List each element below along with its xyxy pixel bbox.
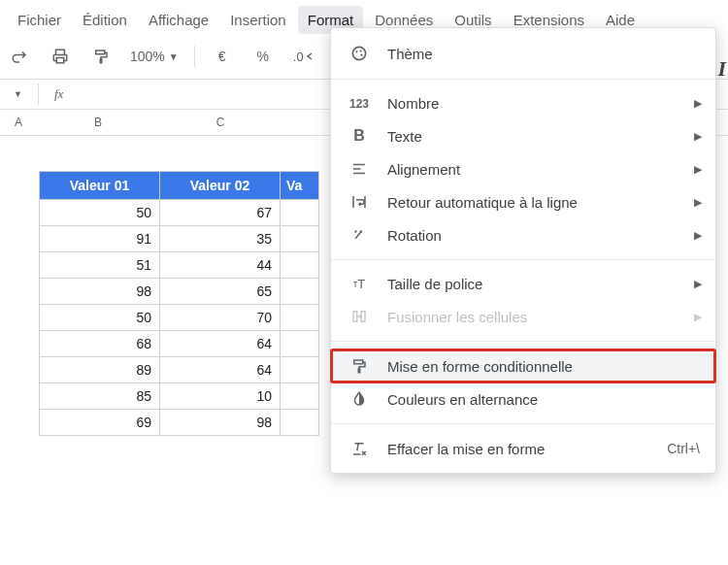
cell[interactable]: 91 xyxy=(40,226,160,252)
menu-separator xyxy=(331,259,715,260)
cell[interactable]: 44 xyxy=(160,252,281,279)
font-size-icon: тT xyxy=(348,277,370,291)
col-header-c[interactable]: C xyxy=(159,110,281,135)
menu-item-alignment[interactable]: Alignement ▶ xyxy=(331,152,715,185)
table-row: 6998 xyxy=(40,410,319,436)
cell[interactable] xyxy=(281,331,319,357)
cell[interactable] xyxy=(281,252,319,279)
bold-icon: B xyxy=(348,127,370,145)
svg-point-2 xyxy=(360,50,362,51)
cell[interactable]: 35 xyxy=(160,226,281,252)
menu-item-number[interactable]: 123 Nombre ▶ xyxy=(331,87,715,119)
header-cell[interactable]: Valeur 02 xyxy=(160,172,281,200)
cell[interactable]: 65 xyxy=(160,279,281,305)
submenu-arrow-icon: ▶ xyxy=(694,163,702,176)
menu-item-clear-formatting[interactable]: Effacer la mise en forme Ctrl+\ xyxy=(331,432,715,465)
cell[interactable]: 85 xyxy=(40,383,160,410)
table-row: 9865 xyxy=(40,279,319,305)
cell[interactable] xyxy=(281,226,319,252)
svg-point-0 xyxy=(352,47,365,59)
paint-format-button[interactable] xyxy=(83,40,118,73)
percent-icon: % xyxy=(256,49,268,64)
cell[interactable] xyxy=(281,279,319,305)
menu-view[interactable]: Affichage xyxy=(139,6,218,34)
zoom-select[interactable]: 100% ▼ xyxy=(124,49,184,64)
print-icon xyxy=(51,48,69,65)
cell[interactable]: 67 xyxy=(160,200,281,226)
italic-button[interactable]: I xyxy=(717,56,726,82)
menu-item-label: Rotation xyxy=(387,227,442,244)
cell[interactable] xyxy=(281,200,319,226)
menu-item-text[interactable]: B Texte ▶ xyxy=(331,119,715,152)
menu-item-rotation[interactable]: Rotation ▶ xyxy=(331,218,715,251)
menu-item-label: Thème xyxy=(387,46,433,62)
arrow-left-icon xyxy=(305,51,314,61)
menu-edit[interactable]: Édition xyxy=(73,6,137,34)
cell[interactable]: 98 xyxy=(160,410,281,436)
decrease-decimal-button[interactable]: .0 xyxy=(286,40,321,73)
chevron-down-icon: ▼ xyxy=(14,89,22,99)
theme-icon xyxy=(348,44,370,63)
print-button[interactable] xyxy=(43,40,78,73)
currency-format-button[interactable]: € xyxy=(205,40,240,73)
zoom-value: 100% xyxy=(130,49,165,64)
svg-point-3 xyxy=(360,54,362,56)
menu-separator xyxy=(331,423,715,424)
cell[interactable]: 51 xyxy=(40,252,160,279)
cell[interactable] xyxy=(281,305,319,331)
cell[interactable] xyxy=(281,410,319,436)
chevron-down-icon: ▼ xyxy=(169,51,179,62)
menu-file[interactable]: Fichier xyxy=(8,6,71,34)
menu-item-font-size[interactable]: тT Taille de police ▶ xyxy=(331,268,715,300)
submenu-arrow-icon: ▶ xyxy=(694,311,702,323)
cell[interactable]: 64 xyxy=(160,357,281,383)
menu-item-label: Effacer la mise en forme xyxy=(387,441,545,457)
menu-insert[interactable]: Insertion xyxy=(220,6,296,34)
redo-button[interactable] xyxy=(2,40,37,73)
svg-point-1 xyxy=(355,50,357,52)
cell[interactable] xyxy=(281,357,319,383)
fx-label: fx xyxy=(54,86,63,102)
menu-item-label: Fusionner les cellules xyxy=(387,309,527,325)
wrap-icon xyxy=(348,193,370,211)
cell[interactable]: 89 xyxy=(40,357,160,383)
cell[interactable]: 64 xyxy=(160,331,281,357)
col-header-a[interactable]: A xyxy=(0,110,37,135)
submenu-arrow-icon: ▶ xyxy=(694,130,702,143)
cell[interactable]: 69 xyxy=(40,410,160,436)
euro-icon: € xyxy=(218,49,226,64)
cell[interactable]: 70 xyxy=(160,305,281,331)
menu-item-label: Nombre xyxy=(387,95,439,112)
align-icon xyxy=(348,160,370,178)
droplet-icon xyxy=(348,390,370,408)
menu-item-alternating-colors[interactable]: Couleurs en alternance xyxy=(331,382,715,415)
fx-divider xyxy=(38,83,39,105)
cell[interactable]: 50 xyxy=(40,305,160,331)
submenu-arrow-icon: ▶ xyxy=(694,229,702,242)
menu-item-conditional-formatting[interactable]: Mise en forme conditionnelle xyxy=(331,349,715,382)
menu-item-label: Texte xyxy=(387,128,422,145)
menu-item-wrap[interactable]: Retour automatique à la ligne ▶ xyxy=(331,185,715,218)
cell[interactable]: 98 xyxy=(40,279,160,305)
table-row: 8510 xyxy=(40,383,319,410)
merge-icon xyxy=(348,308,370,325)
clear-format-icon xyxy=(348,440,370,457)
cell[interactable]: 50 xyxy=(40,200,160,226)
name-box[interactable]: ▼ xyxy=(8,89,22,99)
conditional-format-icon xyxy=(348,357,370,375)
submenu-arrow-icon: ▶ xyxy=(694,278,702,290)
col-header-b[interactable]: B xyxy=(37,110,159,135)
menu-item-label: Retour automatique à la ligne xyxy=(387,194,578,211)
header-cell[interactable]: Valeur 01 xyxy=(40,172,160,200)
percent-format-button[interactable]: % xyxy=(246,40,281,73)
menu-item-theme[interactable]: Thème xyxy=(331,36,715,71)
cell[interactable]: 10 xyxy=(160,383,281,410)
table-row: 5067 xyxy=(40,200,319,226)
cell[interactable] xyxy=(281,383,319,410)
header-cell[interactable]: Va xyxy=(281,172,319,200)
table-row: 5144 xyxy=(40,252,319,279)
data-table: Valeur 01 Valeur 02 Va 50679135514498655… xyxy=(39,171,319,436)
menu-separator xyxy=(331,341,715,342)
cell[interactable]: 68 xyxy=(40,331,160,357)
submenu-arrow-icon: ▶ xyxy=(694,97,702,110)
